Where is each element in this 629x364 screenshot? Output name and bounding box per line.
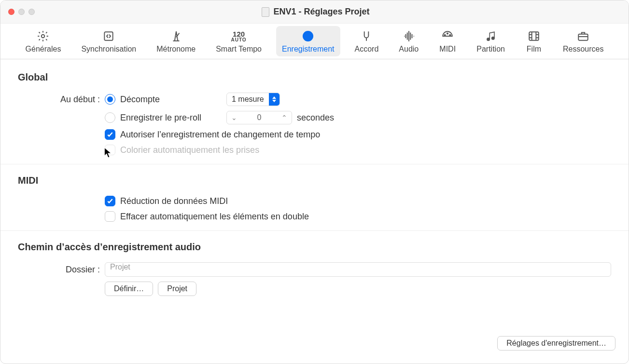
tab-synchronisation[interactable]: Synchronisation [75,26,142,56]
checkbox-midi-reduction[interactable] [105,196,115,206]
checkbox-color-prises [105,145,115,155]
tab-label: Générales [26,45,61,54]
tab-label: Enregistrement [282,45,335,54]
color-prises-label: Colorier automatiquement les prises [120,145,259,155]
svg-point-3 [307,35,310,38]
svg-rect-9 [529,32,539,40]
close-window-button[interactable] [8,9,14,15]
tab-accord[interactable]: Accord [349,26,385,56]
tab-label: Partition [476,45,505,54]
toolbar: Générales Synchronisation Métronome 120 … [0,24,629,59]
tempo-change-label: Autoriser l’enregistrement de changement… [120,130,320,140]
midi-effacer-label: Effacer automatiquement les éléments en … [120,212,309,222]
svg-point-4 [445,35,446,36]
preroll-value: 0 [241,113,277,122]
dossier-label: Dossier : [18,265,105,275]
titlebar: ENV1 - Réglages Projet [0,0,629,24]
tab-film[interactable]: Film [519,26,548,56]
tab-audio[interactable]: Audio [393,26,424,56]
stepper-down[interactable]: ⌄ [227,111,241,124]
film-icon [528,29,540,43]
window-title-wrap: ENV1 - Réglages Projet [35,7,597,17]
svg-point-6 [450,35,451,36]
checkbox-midi-effacer[interactable] [105,211,115,222]
tab-metronome[interactable]: Métronome [151,26,201,56]
tab-label: Film [527,45,541,54]
divider [0,164,629,164]
tab-label: Métronome [156,45,196,54]
waveform-icon [403,29,415,43]
definir-button[interactable]: Définir… [105,282,153,296]
music-notes-icon [485,29,497,43]
section-midi-title: MIDI [18,175,611,186]
tab-enregistrement[interactable]: Enregistrement [276,26,340,56]
tab-partition[interactable]: Partition [471,26,511,56]
reglages-enregistrement-button[interactable]: Réglages d'enregistrement… [497,336,615,351]
preroll-unit: secondes [297,113,334,123]
preroll-label: Enregistrer le pre-roll [120,113,222,123]
svg-point-5 [447,33,448,34]
svg-rect-10 [578,34,588,40]
preroll-stepper[interactable]: ⌄ 0 ⌃ [226,111,292,124]
decompte-dropdown[interactable]: 1 mesure [226,93,280,106]
chevron-down-icon: ⌄ [231,114,237,121]
svg-rect-1 [105,32,113,40]
briefcase-icon [577,29,589,43]
divider [0,230,629,231]
tempo-value: 120 [233,30,245,38]
midi-reduction-label: Réduction de données MIDI [120,196,228,206]
dossier-value: Projet [110,263,130,271]
gear-icon [37,29,49,43]
smart-tempo-icon: 120 AUTO [231,29,247,43]
footer: Réglages d'enregistrement… [497,336,615,351]
dossier-field[interactable]: Projet [105,262,611,277]
tab-label: Accord [355,45,379,54]
zoom-window-button[interactable] [28,9,35,15]
section-global-title: Global [18,72,611,83]
radio-preroll[interactable] [105,112,115,123]
tab-ressources[interactable]: Ressources [557,26,609,56]
decompte-dropdown-value: 1 mesure [232,95,264,104]
tuning-fork-icon [360,29,373,43]
decompte-label: Décompte [120,94,222,105]
record-icon [302,29,314,43]
tab-label: Synchronisation [81,45,136,54]
metronome-icon [170,29,182,43]
radio-decompte[interactable] [105,94,115,105]
tab-label: MIDI [439,45,456,54]
svg-point-0 [42,35,45,38]
window-title: ENV1 - Réglages Projet [273,7,369,17]
tab-label: Ressources [563,45,603,54]
projet-button[interactable]: Projet [158,282,196,296]
tab-generales[interactable]: Générales [20,26,67,56]
stepper-up[interactable]: ⌃ [277,111,292,124]
checkbox-tempo-change[interactable] [105,129,115,140]
section-chemin-title: Chemin d’accès d’enregistrement audio [18,242,611,253]
dropdown-arrows-icon [269,93,280,106]
window-controls [8,9,35,15]
tab-midi[interactable]: MIDI [433,26,462,56]
sync-icon [102,29,115,43]
tab-label: Smart Tempo [216,45,262,54]
minimize-window-button[interactable] [18,9,25,15]
midi-port-icon [441,29,454,43]
tempo-auto: AUTO [231,38,247,42]
chevron-up-icon: ⌃ [281,114,287,121]
tab-smart-tempo[interactable]: 120 AUTO Smart Tempo [210,26,267,56]
main-content: Global Au début : Décompte 1 mesure Enre… [0,59,629,309]
document-icon [262,7,269,17]
au-debut-label: Au début : [18,94,105,105]
tab-label: Audio [399,45,419,54]
